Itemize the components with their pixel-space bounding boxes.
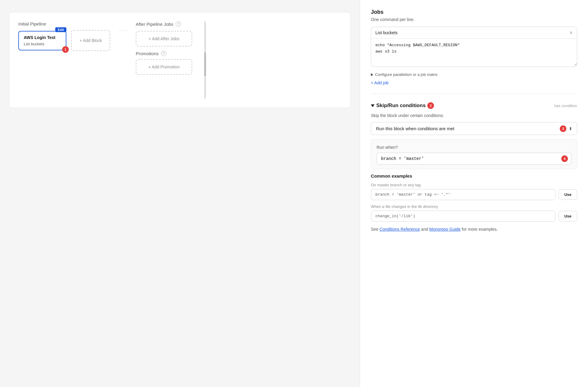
aws-block[interactable]: Edit AWS Login Test List buckets 1 — [18, 31, 66, 50]
initial-pipeline-section: Initial Pipeline Edit AWS Login Test Lis… — [18, 21, 110, 51]
pipeline-canvas: Initial Pipeline Edit AWS Login Test Lis… — [9, 12, 351, 108]
run-when-step-badge: 4 — [561, 155, 568, 162]
promotions-label: Promotions — [136, 51, 159, 56]
conditions-step-badge: 2 — [427, 102, 434, 109]
example-input-2[interactable] — [371, 211, 556, 222]
scrollbar[interactable] — [204, 21, 206, 99]
connector: · · · — [119, 21, 127, 34]
run-when-input-row: 4 — [377, 153, 571, 165]
collapse-icon — [371, 104, 374, 107]
promotions-help-icon[interactable]: ? — [161, 51, 166, 56]
job-code-area[interactable]: echo "Accessing $AWS_DEFAULT_REGION" aws… — [371, 39, 577, 66]
after-pipeline-label: After Pipeline Jobs — [136, 22, 173, 27]
has-condition-label: has condition — [554, 104, 577, 108]
run-when-input[interactable] — [377, 153, 571, 165]
aws-block-title: AWS Login Test — [24, 35, 61, 40]
edit-badge[interactable]: Edit — [55, 27, 66, 32]
parallelism-label: Configure parallelism or a job matrix — [375, 72, 438, 77]
conditions-title-group: Skip/Run conditions 2 — [371, 102, 434, 109]
run-when-label: Run when? — [377, 145, 571, 150]
jobs-description: One command per line. — [371, 17, 577, 22]
left-panel: Initial Pipeline Edit AWS Login Test Lis… — [0, 0, 360, 387]
parallelism-row[interactable]: Configure parallelism or a job matrix — [371, 71, 577, 78]
reference-text: See Conditions Reference and Monorepo Gu… — [371, 226, 577, 232]
jobs-heading: Jobs — [371, 9, 577, 15]
step-badge-1: 1 — [62, 46, 69, 53]
example-row-2: Use — [371, 211, 577, 222]
common-examples-section: Common examples On master branch or any … — [371, 173, 577, 232]
conditions-description: Skip the block under certain conditions. — [371, 113, 577, 118]
use-button-1[interactable]: Use — [559, 189, 577, 200]
job-input-container: List buckets × echo "Accessing $AWS_DEFA… — [371, 27, 577, 67]
reference-text-before: See — [371, 227, 380, 232]
reference-text-after: for more examples. — [462, 227, 498, 232]
add-block-button[interactable]: + Add Block — [71, 30, 110, 51]
add-after-jobs-button[interactable]: + Add After Jobs — [136, 31, 192, 46]
example-group-1: On master branch or any tag Use — [371, 183, 577, 200]
add-job-link[interactable]: + Add job — [371, 80, 389, 85]
condition-select-wrapper: Run this block when conditions are met S… — [371, 122, 577, 135]
right-panel: Jobs One command per line. List buckets … — [360, 0, 588, 387]
conditions-reference-link[interactable]: Conditions Reference — [380, 227, 420, 232]
common-examples-title: Common examples — [371, 173, 577, 178]
job-name-row: List buckets × — [371, 27, 577, 39]
use-button-2[interactable]: Use — [559, 211, 577, 221]
example-label-2: When a file changes in the lib directory — [371, 204, 577, 209]
initial-pipeline-label: Initial Pipeline — [18, 21, 110, 26]
conditions-heading: Skip/Run conditions — [376, 103, 426, 109]
jobs-section: Jobs One command per line. List buckets … — [371, 9, 577, 94]
blocks-row: Edit AWS Login Test List buckets 1 + Add… — [18, 30, 110, 51]
example-group-2: When a file changes in the lib directory… — [371, 204, 577, 222]
connector-dots: · · · — [119, 27, 127, 34]
example-input-1[interactable] — [371, 189, 556, 200]
after-jobs-help-icon[interactable]: ? — [176, 21, 181, 27]
condition-select[interactable]: Run this block when conditions are met S… — [371, 122, 577, 135]
conditions-title: Skip/Run conditions 2 — [371, 102, 434, 109]
reference-text-middle: and — [421, 227, 429, 232]
run-when-section: Run when? 4 — [371, 139, 577, 169]
monorepo-guide-link[interactable]: Monorepo Guide — [429, 227, 461, 232]
example-label-1: On master branch or any tag — [371, 183, 577, 187]
expand-icon — [371, 73, 373, 76]
job-name-text: List buckets — [375, 30, 398, 35]
close-job-button[interactable]: × — [569, 30, 573, 35]
conditions-section: Skip/Run conditions 2 has condition Skip… — [371, 102, 577, 232]
add-promotion-button[interactable]: + Add Promotion — [136, 59, 192, 75]
aws-block-subtitle: List buckets — [24, 42, 61, 46]
conditions-header-row: Skip/Run conditions 2 has condition — [371, 102, 577, 109]
promotions-header: Promotions ? — [136, 51, 192, 56]
scroll-thumb — [204, 52, 206, 76]
promotions-section: Promotions ? + Add Promotion — [136, 51, 192, 75]
after-pipeline-header: After Pipeline Jobs ? — [136, 21, 192, 27]
after-pipeline-section: After Pipeline Jobs ? + Add After Jobs P… — [136, 21, 192, 75]
example-row-1: Use — [371, 189, 577, 200]
